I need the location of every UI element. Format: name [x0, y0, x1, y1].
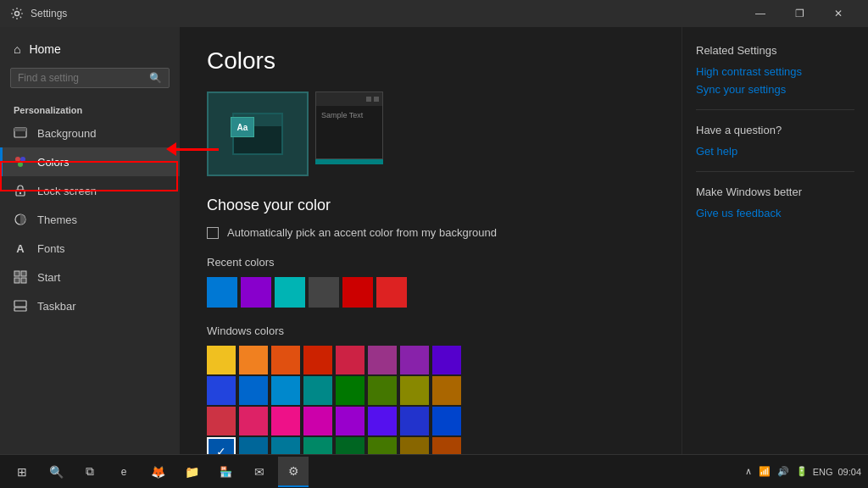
edge-button[interactable]: e: [108, 457, 139, 487]
windows-colors-grid: [207, 346, 654, 454]
windows-color-swatch[interactable]: [303, 376, 332, 405]
svg-point-5: [18, 162, 23, 167]
minimize-button[interactable]: —: [741, 0, 780, 27]
firefox-button[interactable]: 🦊: [142, 457, 173, 487]
windows-color-swatch[interactable]: [336, 376, 364, 405]
windows-color-swatch[interactable]: [303, 407, 332, 435]
windows-color-swatch[interactable]: [271, 346, 300, 374]
recent-color-swatch[interactable]: [207, 277, 237, 308]
sidebar-item-taskbar[interactable]: Taskbar: [0, 291, 180, 320]
taskbar-icon: [14, 299, 27, 313]
windows-color-swatch[interactable]: [303, 346, 332, 374]
recent-colors-title: Recent colors: [207, 256, 654, 269]
windows-color-swatch[interactable]: [368, 376, 397, 405]
get-help-link[interactable]: Get help: [696, 145, 854, 158]
preview-right: Sample Text: [315, 92, 383, 164]
windows-color-swatch[interactable]: [400, 407, 429, 435]
start-button[interactable]: ⊞: [7, 457, 37, 487]
settings-taskbar-button[interactable]: ⚙: [278, 457, 309, 487]
high-contrast-link[interactable]: High contrast settings: [696, 65, 854, 78]
sidebar-item-lockscreen[interactable]: Lock screen: [0, 176, 180, 205]
windows-color-swatch[interactable]: [207, 407, 236, 435]
fonts-icon: A: [14, 241, 27, 255]
windows-color-swatch[interactable]: [207, 346, 236, 374]
network-icon: 📶: [759, 466, 771, 477]
windows-color-swatch[interactable]: [368, 346, 397, 374]
search-input[interactable]: [18, 72, 149, 84]
recent-color-swatch[interactable]: [241, 277, 271, 308]
store-button[interactable]: 🏪: [210, 457, 241, 487]
close-button[interactable]: ✕: [819, 0, 858, 27]
auto-checkbox[interactable]: [207, 227, 219, 239]
sidebar-search[interactable]: 🔍: [10, 68, 170, 88]
sidebar-item-themes[interactable]: Themes: [0, 205, 180, 234]
windows-color-swatch[interactable]: [207, 376, 236, 405]
windows-color-swatch[interactable]: [336, 407, 364, 435]
lockscreen-label: Lock screen: [37, 185, 97, 197]
recent-color-swatch[interactable]: [376, 277, 407, 308]
make-better-title: Make Windows better: [696, 186, 854, 198]
related-settings-title: Related Settings: [696, 44, 854, 57]
windows-color-swatch[interactable]: [400, 376, 429, 405]
title-bar: Settings — ❐ ✕: [0, 0, 868, 27]
start-label: Start: [37, 271, 60, 284]
windows-color-swatch[interactable]: [400, 346, 429, 374]
windows-color-swatch[interactable]: [207, 437, 236, 454]
svg-rect-13: [14, 308, 26, 311]
title-bar-controls: — ❐ ✕: [741, 0, 858, 27]
auto-checkbox-row: Automatically pick an accent color from …: [207, 226, 654, 239]
task-view-button[interactable]: ⧉: [75, 457, 105, 487]
arrow-head: [166, 142, 176, 156]
taskbar-label: Taskbar: [37, 300, 76, 313]
svg-rect-2: [14, 128, 26, 131]
windows-color-swatch[interactable]: [336, 437, 364, 454]
feedback-link[interactable]: Give us feedback: [696, 207, 854, 219]
maximize-button[interactable]: ❐: [780, 0, 819, 27]
windows-color-swatch[interactable]: [239, 437, 268, 454]
svg-point-0: [15, 12, 19, 16]
windows-color-swatch[interactable]: [432, 346, 461, 374]
windows-color-swatch[interactable]: [432, 407, 461, 435]
sidebar-item-background[interactable]: Background: [0, 119, 180, 147]
preview-window-titlebar: [316, 92, 382, 106]
taskbar-clock[interactable]: 09:04: [837, 467, 861, 477]
windows-color-swatch[interactable]: [368, 407, 397, 435]
windows-color-swatch[interactable]: [271, 407, 300, 435]
windows-color-swatch[interactable]: [368, 437, 397, 454]
windows-color-swatch[interactable]: [271, 376, 300, 405]
windows-color-swatch[interactable]: [432, 437, 461, 454]
background-label: Background: [37, 127, 96, 140]
recent-color-swatch[interactable]: [342, 277, 373, 308]
volume-icon[interactable]: 🔊: [777, 466, 789, 477]
windows-color-swatch[interactable]: [303, 437, 332, 454]
search-button[interactable]: 🔍: [41, 457, 71, 487]
windows-color-swatch[interactable]: [239, 407, 268, 435]
sidebar-item-home[interactable]: ⌂ Home: [0, 34, 180, 64]
main-content: Colors Aa Sample Text: [180, 27, 682, 454]
windows-color-swatch[interactable]: [400, 437, 429, 454]
sync-settings-link[interactable]: Sync your settings: [696, 83, 854, 96]
sidebar-item-fonts[interactable]: A Fonts: [0, 234, 180, 263]
choose-color-title: Choose your color: [207, 197, 654, 214]
windows-color-swatch[interactable]: [432, 376, 461, 405]
mail-button[interactable]: ✉: [244, 457, 275, 487]
start-icon: [14, 270, 27, 284]
folder-button[interactable]: 📁: [176, 457, 207, 487]
windows-color-swatch[interactable]: [239, 376, 268, 405]
sidebar-item-start[interactable]: Start: [0, 263, 180, 291]
preview-dark-panel: Aa: [207, 92, 309, 176]
svg-point-7: [19, 192, 21, 194]
sidebar-item-colors[interactable]: Colors: [0, 147, 180, 176]
windows-color-swatch[interactable]: [271, 437, 300, 454]
arrow-shaft: [176, 148, 219, 151]
lockscreen-icon: [14, 184, 27, 197]
recent-color-swatch[interactable]: [275, 277, 305, 308]
recent-color-swatch[interactable]: [309, 277, 339, 308]
svg-rect-10: [21, 271, 26, 276]
home-label: Home: [29, 42, 60, 56]
fonts-label: Fonts: [37, 242, 65, 255]
windows-color-swatch[interactable]: [239, 346, 268, 374]
windows-color-swatch[interactable]: [336, 346, 364, 374]
chevron-icon[interactable]: ∧: [745, 466, 752, 477]
title-bar-title: Settings: [31, 8, 67, 19]
